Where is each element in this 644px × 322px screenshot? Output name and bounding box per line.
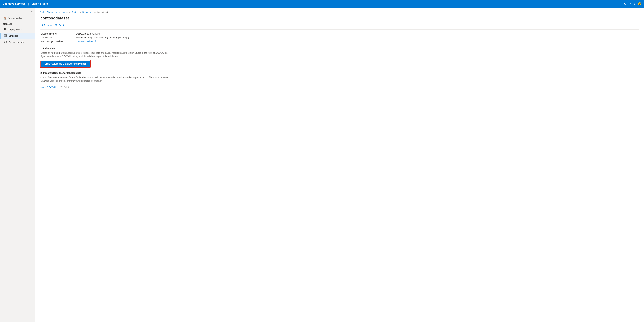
secondary-toolbar: + Add COCO file Delete [40, 85, 639, 89]
section1-description: Create an Azure ML Data Labeling project… [40, 51, 169, 58]
sidebar-item-custom-models[interactable]: Custom models [0, 39, 35, 46]
sidebar-section-title: Contoso [0, 21, 35, 26]
svg-rect-0 [4, 28, 5, 29]
svg-marker-8 [4, 41, 6, 43]
product-name: Vision Studio [32, 3, 48, 5]
last-modified-value: 2/21/2023, 11:53:15 AM [76, 32, 100, 35]
external-link-icon [94, 40, 96, 43]
sidebar-item-deployments-label: Deployments [8, 28, 22, 31]
section-label-data: 1. Label data Create an Azure ML Data La… [40, 47, 639, 72]
section1-heading: 1. Label data [40, 47, 639, 50]
svg-rect-9 [56, 24, 57, 24]
breadcrumb-sep-4: > [92, 11, 93, 13]
blob-storage-value[interactable]: contosocontainer [76, 40, 96, 43]
svg-rect-2 [4, 29, 5, 30]
sidebar-item-datasets-label: Datasets [8, 35, 18, 37]
property-last-modified: Last modified on 2/21/2023, 11:53:15 AM [40, 32, 639, 35]
svg-rect-3 [6, 29, 6, 30]
delete-icon [55, 24, 58, 27]
section-import-coco: 2. Import COCO file for labeled data COC… [40, 72, 639, 89]
settings-icon[interactable]: ⚙ [624, 2, 626, 6]
section2-description: COCO files are the required format for l… [40, 76, 169, 83]
page-title: contosodataset [40, 16, 639, 21]
delete-label: Delete [58, 24, 65, 27]
breadcrumb-contoso[interactable]: Contoso [72, 11, 79, 13]
sidebar-item-vision-studio-label: Vision Studio [8, 17, 22, 20]
sidebar: « 🏠 Vision Studio Contoso Deployments [0, 8, 35, 322]
breadcrumb-current: contosodataset [94, 11, 108, 13]
breadcrumb-sep-2: > [69, 11, 70, 13]
property-blob-storage: Blob storage container contosocontainer [40, 40, 639, 43]
property-dataset-type: Dataset type Multi-class image classific… [40, 36, 639, 39]
section2-heading: 2. Import COCO file for labeled data [40, 72, 639, 74]
breadcrumb-datasets[interactable]: Datasets [82, 11, 90, 13]
last-modified-label: Last modified on [40, 32, 76, 35]
add-coco-file-button[interactable]: + Add COCO file [40, 85, 57, 89]
help-icon[interactable]: ? [629, 2, 631, 6]
breadcrumb-sep-3: > [80, 11, 82, 13]
refresh-button[interactable]: Refresh [40, 23, 52, 28]
user-icon[interactable]: 😊 [638, 2, 642, 6]
refresh-icon [40, 24, 43, 27]
layout: « 🏠 Vision Studio Contoso Deployments [0, 8, 644, 322]
delete-button[interactable]: Delete [55, 23, 65, 28]
sidebar-item-datasets[interactable]: Datasets [0, 33, 35, 39]
home-icon: 🏠 [4, 17, 7, 20]
svg-rect-4 [4, 34, 6, 37]
chevron-down-icon[interactable]: ∨ [633, 2, 635, 6]
properties-table: Last modified on 2/21/2023, 11:53:15 AM … [40, 32, 639, 43]
datasets-icon [4, 34, 7, 38]
svg-rect-15 [61, 86, 62, 87]
sidebar-collapse-button[interactable]: « [30, 10, 33, 14]
toolbar: Refresh Delete [40, 23, 639, 30]
add-coco-label: + Add COCO file [40, 86, 57, 89]
dataset-type-label: Dataset type [40, 36, 76, 39]
breadcrumb-sep-1: > [54, 11, 55, 13]
app-name: Cognitive Services [2, 3, 26, 5]
svg-rect-1 [6, 28, 6, 29]
blob-storage-link-text: contosocontainer [76, 40, 93, 43]
coco-delete-button[interactable]: Delete [60, 85, 70, 89]
main-content: Vision Studio > My resources > Contoso >… [35, 8, 644, 322]
breadcrumb-vision-studio[interactable]: Vision Studio [40, 11, 53, 13]
coco-delete-label: Delete [64, 86, 70, 89]
deployments-icon [4, 28, 7, 31]
breadcrumb: Vision Studio > My resources > Contoso >… [40, 11, 639, 13]
custom-models-icon [4, 41, 7, 44]
topbar-title: Cognitive Services | Vision Studio [2, 2, 48, 6]
topbar-actions: ⚙ ? ∨ 😊 [624, 2, 642, 6]
sidebar-item-deployments[interactable]: Deployments [0, 26, 35, 33]
topbar: Cognitive Services | Vision Studio ⚙ ? ∨… [0, 0, 644, 8]
sidebar-item-custom-models-label: Custom models [8, 41, 24, 44]
blob-storage-label: Blob storage container [40, 40, 76, 43]
create-azure-ml-button[interactable]: Create Azure ML Data Labeling Project [40, 61, 90, 67]
refresh-label: Refresh [44, 24, 52, 27]
dataset-type-value: Multi-class image classification (single… [76, 36, 129, 39]
sidebar-collapse-area: « [0, 9, 35, 15]
sidebar-item-vision-studio[interactable]: 🏠 Vision Studio [0, 15, 35, 21]
topbar-separator: | [28, 2, 29, 6]
breadcrumb-my-resources[interactable]: My resources [56, 11, 68, 13]
coco-delete-icon [60, 86, 62, 89]
